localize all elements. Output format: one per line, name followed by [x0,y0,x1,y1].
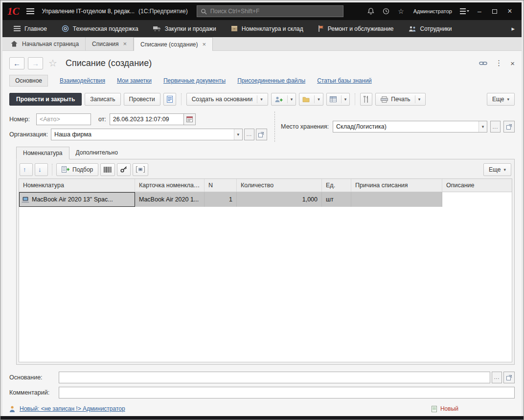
services-button[interactable] [360,93,372,106]
tab-spisaniya[interactable]: Списания × [86,37,134,50]
menu-item-main[interactable]: Главное [6,20,54,37]
move-up-button[interactable]: ↑ [20,163,33,176]
get-link-button[interactable] [479,59,487,67]
main-menu-button[interactable] [24,6,36,16]
minimize-button[interactable]: – [473,5,486,18]
add-person-dropdown-button[interactable]: ▾ [271,93,296,106]
post-and-close-button[interactable]: Провести и закрыть [9,93,82,106]
nav-link-primary-docs[interactable]: Первичные документы [163,77,226,84]
file-dropdown-button[interactable]: ▾ [299,93,323,106]
column-header[interactable]: Количество [237,179,322,192]
tab-home[interactable]: Начальная страница [4,37,86,50]
forward-button[interactable]: → [28,57,43,69]
menu-item-label: Техническая поддержка [73,25,138,32]
organization-open-button[interactable] [256,129,267,140]
cell-nomenclature[interactable]: MacBook Air 2020 13" Spac... [19,192,135,207]
cell-unit[interactable]: шт [322,192,351,207]
history-button[interactable] [379,5,393,18]
tab-nomenclature[interactable]: Номенклатура [16,147,69,159]
post-button[interactable]: Провести [124,93,160,106]
column-header[interactable]: Номенклатура [19,179,135,192]
column-header[interactable]: Карточка номенклат... [135,179,205,192]
tab-additional[interactable]: Дополнительно [69,147,124,159]
nav-link-attached-files[interactable]: Присоединенные файлы [237,77,305,84]
basis-open-button[interactable] [503,372,515,383]
menu-item-employees[interactable]: Сотрудники [401,20,459,37]
organization-dropdown-button[interactable]: ▾ [234,129,242,140]
barcode-scan-button[interactable] [100,163,115,176]
menu-item-repair-service[interactable]: Ремонт и обслуживание [311,20,401,37]
cell-reason[interactable] [351,192,442,207]
create-on-basis-button[interactable]: Создать на основании ▾ [186,93,268,106]
back-button[interactable]: ← [9,57,24,69]
pick-button[interactable]: Подбор [56,163,98,176]
nav-link-kb-articles[interactable]: Статьи базы знаний [317,77,372,84]
cell-description[interactable] [442,192,512,207]
cart-icon [153,25,161,32]
favorite-star-icon[interactable]: ☆ [48,57,57,69]
favorites-button[interactable]: ☆ [394,5,408,18]
menu-item-purchases-sales[interactable]: Закупки и продажи [146,20,224,37]
current-user[interactable]: Администратор [413,8,452,14]
print-button[interactable]: Печать ▾ [375,93,426,106]
cell-quantity[interactable]: 1,000 [237,192,322,207]
date-input[interactable] [110,113,184,125]
box-icon [231,25,238,32]
column-header[interactable]: Описание [442,179,512,192]
document-status-link[interactable]: Новый: <не записан !> Администратор [20,405,125,412]
storage-open-button[interactable] [503,121,515,133]
post-report-button[interactable] [163,93,176,106]
nav-item-main[interactable]: Основное [9,75,48,87]
grid-empty-area[interactable] [19,207,512,362]
header-fields: Номер: от: Организация: [9,111,515,142]
nav-link-interactions[interactable]: Взаимодействия [60,77,105,84]
form-more-button[interactable]: ⋮ [495,59,502,67]
storage-dropdown-button[interactable]: ▾ [478,121,487,132]
storage-choose-button[interactable]: ... [490,121,501,133]
comment-input[interactable] [59,387,515,398]
command-bar: Провести и закрыть Записать Провести Соз… [9,90,515,109]
nav-link-notes[interactable]: Мои заметки [117,77,152,84]
flag-icon [318,25,324,32]
column-header[interactable]: N [205,179,237,192]
titlebar-right: ☆ Администратор – × [364,5,517,18]
more-button[interactable]: Еще ▾ [487,93,515,106]
tab-spisanie-sozdanie[interactable]: Списание (создание) × [134,37,213,51]
table-row[interactable]: MacBook Air 2020 13" Spac... MacBook Air… [19,192,512,207]
menu-item-tech-support[interactable]: Техническая поддержка [54,20,146,37]
write-button[interactable]: Записать [85,93,120,106]
star-icon: ☆ [398,7,404,15]
tab-close-icon[interactable]: × [203,41,206,48]
calendar-button[interactable] [183,113,196,125]
key-read-button[interactable] [117,163,131,176]
storage-input[interactable] [333,121,478,132]
form-header: ← → ☆ Списание (создание) ⋮ × [9,54,515,72]
menu-overflow-button[interactable]: ▸ [508,25,518,32]
column-header[interactable]: Причина списания [351,179,442,192]
column-header[interactable]: Ед. [322,179,351,192]
grid-more-button[interactable]: Еще ▾ [483,163,511,176]
camera-capture-button[interactable] [133,163,148,176]
tab-close-icon[interactable]: × [123,40,127,47]
search-input[interactable] [210,8,340,15]
notifications-button[interactable] [364,5,378,18]
organization-input[interactable] [51,129,234,140]
cell-n[interactable]: 1 [205,192,237,207]
number-input[interactable] [36,113,91,125]
organization-choose-button[interactable]: ... [244,129,254,140]
number-row: Номер: от: [9,111,274,127]
down-arrow-icon: ↓ [38,166,42,173]
maximize-button[interactable] [488,5,501,18]
move-down-button[interactable]: ↓ [35,163,48,176]
open-window-icon [506,375,512,380]
cell-card[interactable]: MacBook Air 2020 1... [135,192,205,207]
key-icon [120,166,127,173]
reports-dropdown-button[interactable]: ▾ [326,93,350,106]
basis-choose-button[interactable]: ... [492,372,502,383]
menu-item-nomenclature-warehouse[interactable]: Номенклатура и склад [224,20,311,37]
form-close-button[interactable]: × [510,59,515,67]
service-menu-button[interactable] [457,5,471,18]
table-icon [330,96,337,102]
window-close-button[interactable]: × [503,5,517,18]
basis-input[interactable] [59,372,490,383]
